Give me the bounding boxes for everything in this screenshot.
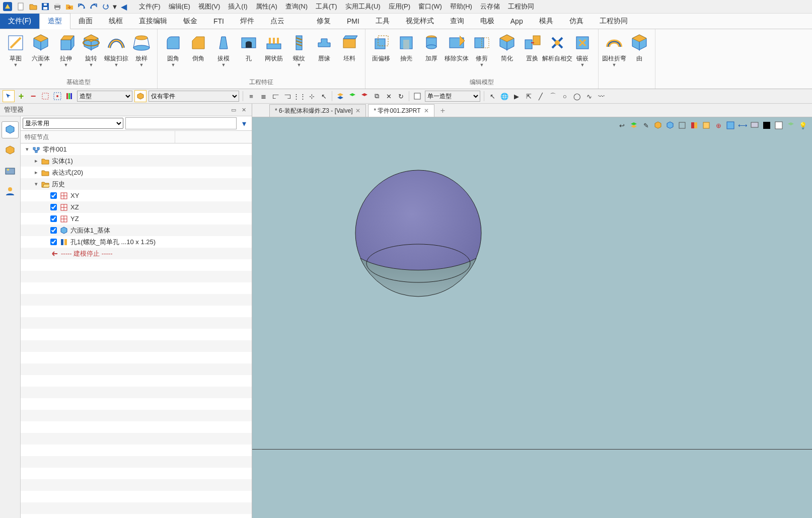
ribbon-tab-query[interactable]: 查询: [442, 14, 472, 29]
menu-insert[interactable]: 插入(I): [224, 0, 251, 13]
expand-icon[interactable]: ▸: [33, 169, 40, 176]
ribbon-btn-stock[interactable]: 坯料: [337, 31, 362, 68]
chevron-down-icon[interactable]: ▼: [171, 63, 176, 67]
menu-app[interactable]: 应用(P): [385, 0, 414, 13]
ribbon-btn-trim[interactable]: 修剪▼: [469, 31, 494, 68]
tree-row[interactable]: ▾零件001: [21, 143, 252, 155]
tree-checkbox[interactable]: [50, 215, 57, 222]
ribbon-btn-thread[interactable]: 螺纹▼: [286, 31, 312, 68]
ribbon-tab-wireframe[interactable]: 线框: [101, 14, 131, 29]
ribbon-tab-simulation[interactable]: 仿真: [561, 14, 592, 29]
ribbon-tab-fti[interactable]: FTI: [205, 14, 232, 29]
ribbon-btn-sweep[interactable]: 螺旋扫掠▼: [104, 31, 129, 68]
axes-icon[interactable]: ⇱: [523, 91, 534, 102]
mode-select[interactable]: 造型: [77, 91, 132, 102]
menu-file[interactable]: 文件(F): [135, 0, 165, 13]
tree-checkbox[interactable]: [50, 227, 57, 234]
ellipse-tool-icon[interactable]: ◯: [571, 91, 582, 102]
ribbon-btn-rib[interactable]: 网状筋: [261, 31, 286, 68]
ribbon-tab-collab[interactable]: 工程协同: [592, 14, 636, 29]
view-select[interactable]: 单一造型: [425, 91, 480, 102]
add-tab-button[interactable]: +: [436, 105, 449, 117]
tree-checkbox[interactable]: [50, 204, 57, 210]
sidebar-tab-user-icon[interactable]: [2, 183, 18, 199]
add-icon[interactable]: +: [16, 91, 27, 102]
chevron-down-icon[interactable]: ▼: [297, 63, 302, 67]
ribbon-tab-pointcloud[interactable]: 点云: [262, 14, 292, 29]
ribbon-tab-file[interactable]: 文件(F): [0, 14, 39, 29]
ribbon-btn-from[interactable]: 由: [627, 31, 652, 68]
wave-tool-icon[interactable]: 〰: [596, 91, 607, 102]
ribbon-btn-replace[interactable]: 置换: [520, 31, 545, 68]
redo-icon[interactable]: [88, 1, 99, 12]
sidebar-tab-view-icon[interactable]: [2, 163, 18, 179]
ribbon-btn-shell[interactable]: 抽壳: [394, 31, 419, 68]
snap-icon[interactable]: ⊹: [306, 91, 317, 102]
ribbon-tab-sheetmetal[interactable]: 钣金: [175, 14, 205, 29]
spline-tool-icon[interactable]: ∿: [583, 91, 595, 102]
sidebar-collapse-icon[interactable]: ▭: [230, 106, 238, 114]
filter-cube-icon[interactable]: [134, 90, 146, 102]
select-all-icon[interactable]: [40, 91, 51, 102]
align-center-icon[interactable]: ≣: [258, 91, 269, 102]
close-icon[interactable]: ✕: [424, 107, 429, 114]
new-file-icon[interactable]: [16, 1, 27, 12]
ribbon-tab-visual[interactable]: 视觉样式: [398, 14, 442, 29]
expand-icon[interactable]: ▸: [33, 158, 40, 164]
align-h-icon[interactable]: ⫍: [270, 91, 281, 102]
chevron-down-icon[interactable]: ▼: [39, 63, 43, 67]
tree-row[interactable]: 孔1(螺纹_简单孔 ...10 x 1.25): [21, 236, 252, 248]
chevron-down-icon[interactable]: ▼: [14, 63, 18, 67]
ribbon-btn-sketch[interactable]: 草图▼: [3, 31, 28, 68]
menu-window[interactable]: 窗口(W): [414, 0, 446, 13]
ribbon-btn-remove[interactable]: 移除实体: [444, 31, 469, 68]
ribbon-btn-offset[interactable]: 面偏移: [368, 31, 394, 68]
filter-select[interactable]: 仅有零件: [149, 91, 239, 102]
menu-help[interactable]: 帮助(H): [446, 0, 476, 13]
ribbon-tab-exchange[interactable]: [292, 14, 309, 29]
arrow-tool-icon[interactable]: ↖: [487, 91, 498, 102]
ribbon-btn-inlay[interactable]: 镶嵌▼: [570, 31, 595, 68]
chevron-down-icon[interactable]: ▼: [480, 63, 484, 67]
tree-row[interactable]: ▸表达式(20): [21, 167, 252, 178]
ribbon-tab-heal[interactable]: 修复: [309, 14, 339, 29]
chevron-down-icon[interactable]: ▼: [114, 63, 119, 67]
ribbon-tab-shape[interactable]: 造型: [39, 13, 70, 29]
arc-tool-icon[interactable]: ⌒: [547, 91, 558, 102]
ribbon-tab-app[interactable]: App: [502, 14, 531, 29]
sidebar-tab-history-icon[interactable]: [2, 121, 19, 138]
ribbon-btn-thicken[interactable]: 加厚: [419, 31, 444, 68]
remove-icon[interactable]: −: [28, 91, 39, 102]
menu-cloud[interactable]: 云存储: [476, 0, 504, 13]
align-left-icon[interactable]: ≡: [246, 91, 257, 102]
align-v-icon[interactable]: ⫎: [282, 91, 293, 102]
tree-row[interactable]: YZ: [21, 213, 252, 225]
cycle-icon[interactable]: ↻: [395, 91, 406, 102]
refresh-icon[interactable]: [100, 1, 111, 12]
tree-row[interactable]: ▾历史: [21, 178, 252, 190]
ribbon-tab-surface[interactable]: 曲面: [70, 14, 101, 29]
ribbon-tab-electrode[interactable]: 电极: [472, 14, 502, 29]
menu-edit[interactable]: 编辑(E): [165, 0, 194, 13]
select-arrow-icon[interactable]: [3, 90, 15, 102]
cursor2-icon[interactable]: ↖: [318, 91, 329, 102]
ribbon-btn-draft[interactable]: 拔模▼: [211, 31, 236, 68]
document-tab[interactable]: * 零件001.Z3PRT✕: [368, 104, 434, 117]
close-icon[interactable]: ✕: [355, 107, 360, 114]
tree-row[interactable]: 六面体1_基体: [21, 225, 252, 236]
menu-collab[interactable]: 工程协同: [504, 0, 538, 13]
open-file-icon[interactable]: [28, 1, 39, 12]
ribbon-btn-revolve[interactable]: 旋转▼: [79, 31, 104, 68]
ribbon-btn-cube[interactable]: 六面体▼: [28, 31, 53, 68]
circle-tool-icon[interactable]: ○: [559, 91, 570, 102]
tree-checkbox[interactable]: [50, 192, 57, 199]
chevron-down-icon[interactable]: ▼: [139, 63, 144, 67]
undo-icon[interactable]: [76, 1, 87, 12]
menu-tools[interactable]: 工具(T): [312, 0, 341, 13]
funnel-icon[interactable]: ▾: [239, 118, 250, 129]
feature-tree[interactable]: ▾零件001▸实体(1)▸表达式(20)▾历史XYXZYZ六面体1_基体孔1(螺…: [21, 143, 252, 518]
sidebar-tab-part-icon[interactable]: [2, 142, 18, 159]
menu-utilities[interactable]: 实用工具(U): [341, 0, 385, 13]
layer-dup-icon[interactable]: ⧉: [371, 91, 382, 102]
print-icon[interactable]: [52, 1, 63, 12]
